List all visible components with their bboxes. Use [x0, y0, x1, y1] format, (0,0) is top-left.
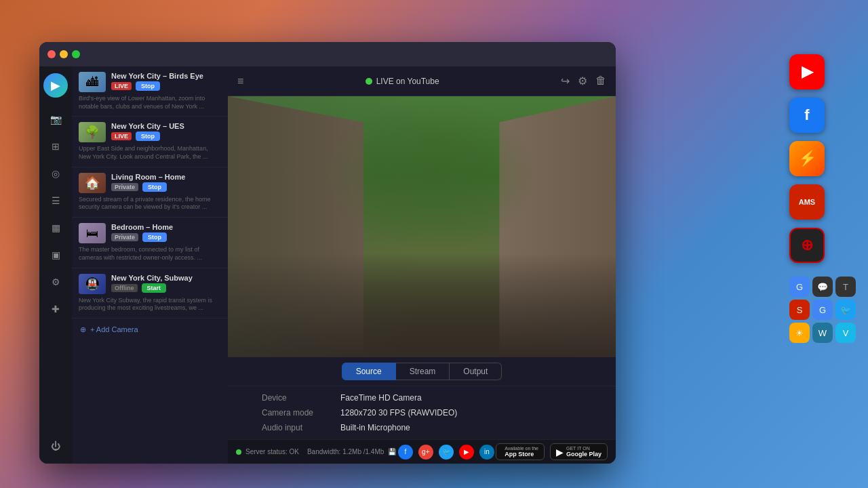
stop-button-1[interactable]: Stop [136, 131, 160, 141]
minimize-button[interactable] [60, 50, 68, 58]
mini-g2-icon[interactable]: G [812, 300, 833, 320]
main-content: ≡ LIVE on YouTube ↪ ⚙ 🗑 [228, 66, 616, 464]
camera-name-2: Living Room – Home [111, 173, 221, 181]
appstore-pre: Available on the [505, 446, 538, 451]
mini-wp-icon[interactable]: W [812, 323, 833, 343]
camera-name-3: Bedroom – Home [111, 223, 221, 231]
settings-icon[interactable]: ⚙ [578, 75, 587, 87]
camera-item-0[interactable]: 🏙 New York City – Birds Eye LIVE Stop Bi… [72, 66, 228, 117]
mini-s-icon[interactable]: S [789, 300, 810, 320]
twitter-social-icon[interactable]: 🐦 [439, 445, 454, 460]
camera-desc-3: The master bedroom, connected to my list… [79, 246, 221, 262]
tab-output[interactable]: Output [450, 363, 502, 380]
googleplay-pre: GET IT ON [566, 446, 601, 451]
googleplay-badge[interactable]: ▶ GET IT ON Google Play [550, 443, 608, 460]
store-badges: Available on the App Store ▶ GET IT ON G… [496, 443, 608, 460]
camera-thumb-2: 🏠 [79, 173, 106, 193]
youtube-icon[interactable]: ▶ [789, 54, 825, 89]
youtube-social-icon[interactable]: ▶ [459, 445, 474, 460]
googleplay-text: GET IT ON Google Play [566, 446, 601, 458]
lightning-icon[interactable]: ⚡ [789, 141, 825, 176]
app-logo[interactable]: ▶ [43, 73, 68, 98]
maximize-button[interactable] [72, 50, 80, 58]
nav-icon-home[interactable]: 📷 [45, 108, 66, 130]
camera-desc-1: Upper East Side and neighborhood, Manhat… [79, 145, 221, 161]
camera-status-row-4: Offline Start [111, 283, 221, 293]
appstore-name: App Store [505, 451, 538, 458]
camera-thumb-0: 🏙 [79, 72, 106, 92]
appstore-badge[interactable]: Available on the App Store [496, 443, 545, 460]
audio-input-value: Built-in Microphone [340, 423, 582, 432]
facebook-icon[interactable]: f [789, 98, 825, 133]
nav-icon-layers[interactable]: ⊞ [45, 136, 66, 157]
tab-source[interactable]: Source [342, 363, 396, 380]
facebook-social-icon[interactable]: f [398, 445, 413, 460]
status-badge-4: Offline [111, 284, 138, 292]
camera-info-2: Living Room – Home Private Stop [111, 173, 221, 193]
ams-icon[interactable]: AMS [789, 184, 825, 220]
start-button-4[interactable]: Start [142, 283, 167, 293]
camera-name-1: New York City – UES [111, 122, 221, 130]
share-icon[interactable]: ↪ [561, 75, 570, 87]
nav-icon-video[interactable]: ▣ [45, 244, 66, 266]
live-text: LIVE on YouTube [376, 77, 439, 86]
nav-icon-grid[interactable]: ▦ [45, 217, 66, 239]
camera-item-3[interactable]: 🛏 Bedroom – Home Private Stop The master… [72, 218, 228, 268]
appstore-text: Available on the App Store [505, 446, 538, 458]
camera-thumb-4: 🚇 [79, 274, 106, 294]
target-icon[interactable]: ⊕ [789, 228, 825, 263]
camera-status-row-2: Private Stop [111, 182, 221, 192]
status-badge-3: Private [111, 233, 138, 241]
linkedin-social-icon[interactable]: in [479, 445, 494, 460]
tab-stream[interactable]: Stream [396, 363, 450, 380]
camera-mode-value: 868x488 30 FPS (RAWVIDEO) [340, 408, 582, 418]
device-label: Device [262, 393, 313, 403]
status-badge-0: LIVE [111, 82, 132, 90]
camera-item-1[interactable]: 🌳 New York City – UES LIVE Stop Upper Ea… [72, 117, 228, 167]
stop-button-3[interactable]: Stop [142, 232, 167, 242]
nav-icon-location[interactable]: ◎ [45, 163, 66, 184]
camera-name-0: New York City – Birds Eye [111, 72, 221, 80]
add-camera-label: + Add Camera [90, 325, 138, 333]
add-camera-button[interactable]: ⊕ + Add Camera [72, 319, 228, 341]
camera-mode-label: Camera mode [262, 408, 313, 418]
camera-status-row-3: Private Stop [111, 232, 221, 242]
camera-desc-2: Secured stream of a private residence, t… [79, 196, 221, 211]
mini-t-icon[interactable]: T [835, 277, 856, 297]
left-nav: ▶ 📷 ⊞ ◎ ☰ ▦ ▣ ⚙ ✚ ⏻ [39, 66, 72, 464]
nav-power-button[interactable]: ⏻ [45, 435, 66, 457]
status-bar: Server status: OK Bandwidth: 1.2Mb /1.4M… [228, 439, 616, 464]
stop-button-2[interactable]: Stop [142, 182, 167, 192]
google-plus-social-icon[interactable]: g+ [418, 445, 433, 460]
app-window: ▶ 📷 ⊞ ◎ ☰ ▦ ▣ ⚙ ✚ ⏻ 🏙 New York City – Bi… [39, 42, 616, 464]
camera-status-row-0: LIVE Stop [111, 81, 221, 91]
nav-icon-add[interactable]: ✚ [45, 298, 66, 320]
server-status-text: Server status: OK [245, 448, 299, 455]
camera-list: 🏙 New York City – Birds Eye LIVE Stop Bi… [72, 66, 228, 464]
camera-name-4: New York City, Subway [111, 274, 221, 282]
device-value: FaceTime HD Camera [340, 393, 582, 403]
close-button[interactable] [47, 50, 56, 58]
live-indicator: LIVE on YouTube [250, 77, 554, 86]
window-controls [47, 50, 80, 58]
menu-icon[interactable]: ≡ [237, 75, 243, 87]
mini-v-icon[interactable]: V [835, 323, 856, 343]
mini-chat-icon[interactable]: 💬 [812, 277, 833, 297]
nav-icon-settings[interactable]: ⚙ [45, 271, 66, 293]
mini-sun-icon[interactable]: ☀ [789, 323, 810, 343]
camera-item-4[interactable]: 🚇 New York City, Subway Offline Start Ne… [72, 268, 228, 319]
mini-icon-group: G 💬 T S G 🐦 ☀ W V [789, 277, 856, 343]
app-body: ▶ 📷 ⊞ ◎ ☰ ▦ ▣ ⚙ ✚ ⏻ 🏙 New York City – Bi… [39, 66, 616, 464]
camera-info-0: New York City – Birds Eye LIVE Stop [111, 72, 221, 92]
audio-input-label: Audio input [262, 423, 313, 432]
stop-button-0[interactable]: Stop [136, 81, 160, 91]
nav-icon-list[interactable]: ☰ [45, 190, 66, 211]
camera-desc-4: New York City Subway, the rapid transit … [79, 297, 221, 312]
camera-info-4: New York City, Subway Offline Start [111, 274, 221, 294]
disk-icon: 💾 [388, 448, 396, 455]
mini-g-icon[interactable]: G [789, 277, 810, 297]
camera-item-2[interactable]: 🏠 Living Room – Home Private Stop Secure… [72, 167, 228, 218]
delete-icon[interactable]: 🗑 [595, 75, 606, 87]
camera-thumb-3: 🛏 [79, 223, 106, 243]
mini-tw-icon[interactable]: 🐦 [835, 300, 856, 320]
